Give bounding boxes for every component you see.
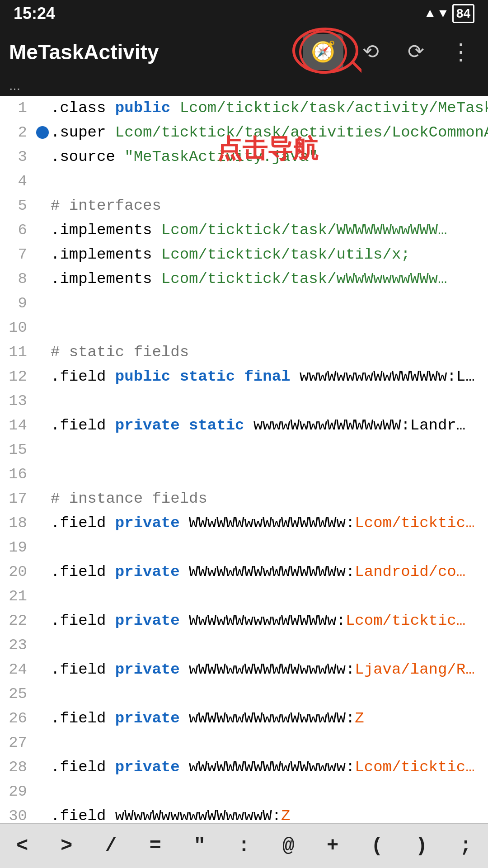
token: # instance fields (51, 490, 207, 507)
code-line: 11# static fields (0, 340, 488, 364)
redo-button[interactable]: ⟳ (398, 34, 434, 70)
token: private (115, 563, 189, 580)
keyboard-bar: <>/=":@+(); (0, 823, 488, 868)
code-line: 19 (0, 535, 488, 560)
code-line: 9 (0, 291, 488, 316)
token: .class (51, 99, 115, 117)
breakpoint-dot (36, 126, 49, 139)
keyboard-key[interactable]: " (182, 835, 218, 857)
token: # interfaces (51, 197, 161, 214)
line-content: .class public Lcom/ticktick/task/activit… (51, 99, 488, 117)
line-number: 13 (0, 392, 36, 410)
keyboard-key[interactable]: ; (448, 835, 484, 857)
line-content: .implements Lcom/ticktick/task/utils/x; (51, 246, 410, 263)
keyboard-key[interactable]: @ (270, 835, 306, 857)
token: .field (51, 368, 115, 385)
code-line: 25 (0, 682, 488, 706)
line-number: 10 (0, 319, 36, 336)
token: private (115, 710, 189, 727)
code-line: 12.field public static final wwwWwwwwWwW… (0, 364, 488, 389)
status-time: 15:24 (14, 4, 55, 23)
navigate-button[interactable]: 🧭 (303, 34, 343, 70)
undo-button[interactable]: ⟲ (352, 34, 389, 70)
token: final (244, 368, 299, 385)
line-number: 1 (0, 99, 36, 117)
line-content: .implements Lcom/ticktick/task/WWWWWWwwW… (51, 222, 447, 239)
code-line: 21 (0, 584, 488, 609)
code-editor[interactable]: 1.class public Lcom/ticktick/task/activi… (0, 96, 488, 823)
line-number: 23 (0, 637, 36, 654)
keyboard-key[interactable]: + (314, 835, 351, 857)
token: .field (51, 710, 115, 727)
token: private (115, 759, 189, 776)
code-line: 27 (0, 731, 488, 755)
token: # static fields (51, 344, 189, 361)
keyboard-key[interactable]: > (48, 835, 84, 857)
token: Lcom/ticktic… (355, 514, 474, 532)
line-content: # static fields (51, 344, 189, 361)
line-number: 30 (0, 807, 36, 823)
code-line: 28.field private wWwWWWWWWWwWWwwww:Lcom/… (0, 755, 488, 779)
token: Lcom/ticktick/task/activity/MeTaskAc… (180, 99, 488, 117)
code-line: 14.field private static wwwwWwwwWWWWWwWW… (0, 413, 488, 438)
code-line: 15 (0, 438, 488, 462)
code-line: 1.class public Lcom/ticktick/task/activi… (0, 96, 488, 120)
code-line: 10 (0, 316, 488, 340)
line-number: 22 (0, 612, 36, 629)
keyboard-key[interactable]: < (4, 835, 40, 857)
token: WWwWwWWWwWWWWWWWw: (189, 563, 355, 580)
keyboard-key[interactable]: = (137, 835, 174, 857)
token: wWwWWWWWWWwWWwwww: (189, 759, 355, 776)
line-content: .field private WWwWwWWWwWWWWWWWw:Landroi… (51, 563, 465, 580)
token: .field (51, 612, 115, 629)
token: .field (51, 759, 115, 776)
line-content: .field private static wwwwWwwwWWWWWwWW:L… (51, 417, 465, 434)
token: Ljava/lang/R… (355, 661, 474, 678)
line-number: 25 (0, 685, 36, 703)
code-line: 30.field wWwwWwwwwwWWwwwwW:Z (0, 804, 488, 823)
line-number: 12 (0, 368, 36, 385)
line-number: 15 (0, 441, 36, 458)
token: .implements (51, 270, 161, 288)
code-line: 23 (0, 633, 488, 657)
status-icons: ▲ ▼ 84 (426, 4, 474, 23)
line-number: 18 (0, 514, 36, 532)
line-number: 16 (0, 466, 36, 483)
code-line: 18.field private WWwWWWwwWwWWWWWWw:Lcom/… (0, 511, 488, 535)
keyboard-key[interactable]: : (226, 835, 262, 857)
token: wWwwWwwwwwWWwwwwW: (115, 807, 281, 823)
toolbar-title: MeTaskActivity (9, 40, 294, 64)
token: Landroid/co… (355, 563, 465, 580)
battery-icon: 84 (452, 4, 474, 23)
compass-icon: 🧭 (311, 40, 336, 64)
code-line: 17# instance fields (0, 486, 488, 511)
keyboard-key[interactable]: ( (359, 835, 395, 857)
line-number: 6 (0, 222, 36, 239)
token: private (115, 612, 189, 629)
keyboard-key[interactable]: / (93, 835, 129, 857)
line-number: 14 (0, 417, 36, 434)
line-content: # interfaces (51, 197, 161, 214)
token: private (115, 514, 189, 532)
code-line: 29 (0, 779, 488, 804)
more-icon: ⋮ (450, 38, 472, 66)
line-number: 29 (0, 783, 36, 800)
line-number: 24 (0, 661, 36, 678)
token: static (180, 368, 244, 385)
token: .field (51, 807, 115, 823)
line-content: .implements Lcom/ticktick/task/wWwWwwwwW… (51, 270, 447, 288)
token: .source (51, 148, 124, 165)
token: WwWwWWwwwwWWWWWw: (189, 612, 346, 629)
code-line: 20.field private WWwWwWWWwWWWWWWWw:Landr… (0, 560, 488, 584)
token: wwwWwwwwWwWWWWWw:L… (300, 368, 475, 385)
token: Lcom/ticktick/task/wWwWwwwwWWw… (161, 270, 447, 288)
line-number: 28 (0, 759, 36, 776)
line-number: 3 (0, 148, 36, 165)
token: Lcom/ticktick/task/utils/x; (161, 246, 410, 263)
code-line: 4 (0, 169, 488, 193)
line-content: .field private wWwWWWWWWWwWWwwww:Lcom/ti… (51, 759, 475, 776)
toolbar-subtitle: ... (0, 77, 488, 96)
keyboard-key[interactable]: ) (404, 835, 440, 857)
code-line: 13 (0, 389, 488, 413)
more-button[interactable]: ⋮ (443, 34, 479, 70)
